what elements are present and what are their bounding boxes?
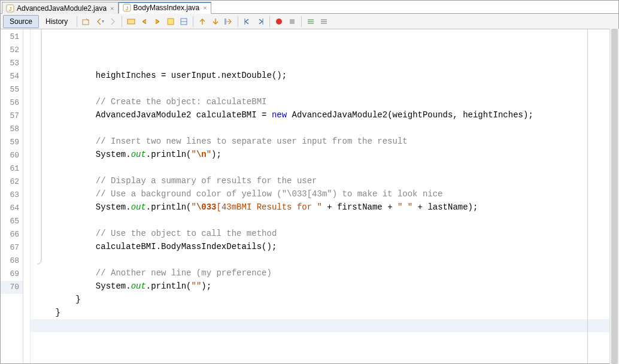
fold-gutter	[23, 29, 31, 363]
code-line[interactable]	[31, 82, 618, 95]
forward-icon[interactable]	[106, 15, 119, 28]
code-line[interactable]	[31, 253, 618, 266]
svg-rect-5	[128, 19, 135, 24]
history-view-button[interactable]: History	[39, 15, 74, 28]
code-editor[interactable]: 5152535455565758596061626364656667686970…	[1, 29, 618, 363]
last-edit-icon[interactable]	[80, 15, 93, 28]
svg-rect-9	[224, 19, 226, 25]
shift-left-icon[interactable]	[241, 15, 254, 28]
line-number: 54	[1, 70, 23, 83]
code-line[interactable]: // Use a background color of yellow ("\0…	[31, 187, 618, 201]
line-number: 53	[1, 57, 23, 70]
code-line[interactable]	[31, 214, 618, 227]
svg-rect-13	[290, 19, 295, 24]
macro-stop-icon[interactable]	[286, 15, 299, 28]
svg-text:J: J	[9, 6, 12, 12]
code-line[interactable]: // Create the object: calculateBMI	[31, 95, 618, 108]
macro-record-icon[interactable]	[272, 15, 286, 28]
line-number: 59	[1, 136, 23, 149]
file-tabs: J AdvancedJavaModule2.java × J BodyMassI…	[1, 1, 618, 14]
separator	[238, 16, 238, 27]
line-number: 65	[1, 215, 23, 228]
line-number: 58	[1, 123, 23, 136]
java-file-icon: J	[123, 4, 131, 12]
code-line[interactable]: // Another new line (my preference)	[31, 266, 618, 280]
code-line[interactable]: // Display a summary of results for the …	[31, 174, 618, 187]
scrollbar-thumb[interactable]	[611, 29, 618, 364]
close-icon[interactable]: ×	[110, 5, 114, 12]
line-number: 64	[1, 202, 23, 215]
separator	[301, 16, 302, 27]
code-line[interactable]	[31, 319, 618, 332]
separator	[77, 16, 77, 27]
tab-bodymassindex[interactable]: J BodyMassIndex.java ×	[119, 2, 211, 14]
line-number: 67	[1, 241, 23, 254]
vertical-scrollbar[interactable]	[609, 29, 619, 364]
find-selection-icon[interactable]	[125, 15, 138, 28]
line-number: 63	[1, 189, 23, 202]
prev-bookmark-icon[interactable]	[196, 15, 209, 28]
code-line[interactable]: AdvancedJavaModule2 calculateBMI = new A…	[31, 108, 618, 122]
back-icon[interactable]: ▾	[93, 15, 106, 28]
code-line[interactable]	[31, 122, 618, 135]
tab-advancedjavamodule2[interactable]: J AdvancedJavaModule2.java ×	[2, 2, 119, 14]
line-number: 51	[1, 31, 23, 44]
code-line[interactable]: System.out.println("\033[43mBMI Results …	[31, 201, 618, 214]
code-line[interactable]: calculateBMI.BodyMassIndexDetails();	[31, 240, 618, 253]
code-line[interactable]: }	[31, 306, 618, 319]
line-number: 56	[1, 96, 23, 110]
java-file-icon: J	[6, 4, 14, 13]
tab-label: AdvancedJavaModule2.java	[17, 4, 107, 13]
uncomment-icon[interactable]	[317, 15, 330, 28]
editor-toolbar: Source History ▾	[1, 14, 618, 29]
source-view-button[interactable]: Source	[3, 15, 39, 28]
separator	[269, 16, 270, 27]
comment-icon[interactable]	[304, 15, 317, 28]
line-number: 60	[1, 149, 23, 162]
svg-text:J: J	[125, 5, 128, 11]
code-line[interactable]: }	[31, 293, 618, 306]
line-number: 68	[1, 254, 23, 268]
line-number: 61	[1, 162, 23, 175]
tab-label: BodyMassIndex.java	[133, 4, 200, 12]
close-icon[interactable]: ×	[203, 4, 207, 11]
code-area[interactable]: heightInches = userInput.nextDouble(); /…	[31, 29, 618, 363]
line-number: 62	[1, 175, 23, 189]
line-number: 55	[1, 83, 23, 96]
line-number: 52	[1, 44, 23, 57]
code-line[interactable]: System.out.println("");	[31, 280, 618, 293]
find-prev-icon[interactable]	[138, 15, 151, 28]
line-number: 57	[1, 110, 23, 123]
shift-right-icon[interactable]	[254, 15, 267, 28]
svg-rect-6	[168, 19, 174, 25]
line-number: 70	[1, 281, 23, 294]
find-next-icon[interactable]	[151, 15, 164, 28]
next-bookmark-icon[interactable]	[209, 15, 222, 28]
code-line[interactable]: heightInches = userInput.nextDouble();	[31, 69, 618, 82]
svg-point-12	[276, 19, 282, 25]
separator	[193, 16, 193, 27]
code-line[interactable]: System.out.println("\n");	[31, 148, 618, 161]
line-number-gutter: 5152535455565758596061626364656667686970	[1, 29, 23, 363]
bkpl-icon[interactable]	[222, 15, 235, 28]
toggle-highlight-icon[interactable]	[164, 15, 177, 28]
code-line[interactable]: // Use the object to call the method	[31, 227, 618, 240]
margin-guide	[587, 29, 588, 363]
toggle-bookmark-icon[interactable]	[177, 15, 190, 28]
line-number: 69	[1, 268, 23, 281]
code-line[interactable]	[31, 161, 618, 174]
code-line[interactable]: // Insert two new lines to separate user…	[31, 135, 618, 148]
line-number: 66	[1, 228, 23, 241]
separator	[122, 16, 122, 27]
